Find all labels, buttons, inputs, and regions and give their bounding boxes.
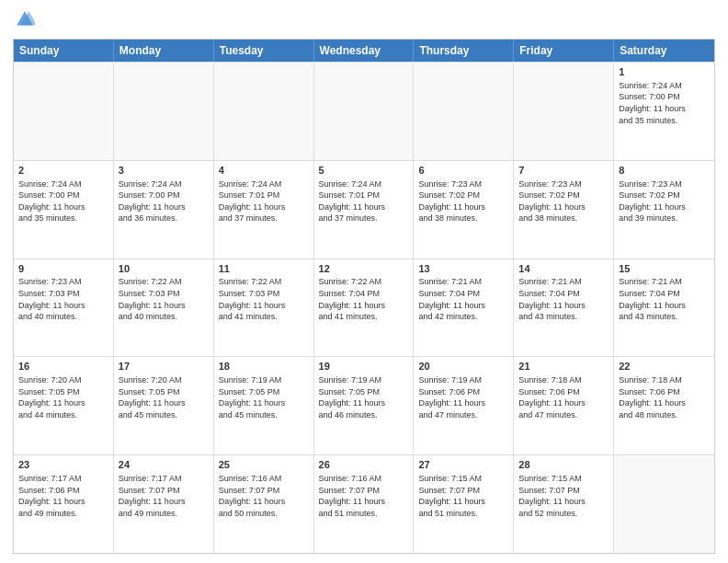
day-number: 13 — [418, 262, 508, 276]
cell-info: Sunrise: 7:21 AM Sunset: 7:04 PM Dayligh… — [518, 276, 609, 322]
cell-info: Sunrise: 7:15 AM Sunset: 7:07 PM Dayligh… — [418, 473, 508, 519]
cell-info: Sunrise: 7:15 AM Sunset: 7:07 PM Dayligh… — [518, 473, 609, 519]
cell-info: Sunrise: 7:19 AM Sunset: 7:05 PM Dayligh… — [319, 374, 409, 420]
calendar-row: 16Sunrise: 7:20 AM Sunset: 7:05 PM Dayli… — [14, 356, 714, 454]
calendar-row: 9Sunrise: 7:23 AM Sunset: 7:03 PM Daylig… — [14, 259, 714, 357]
header-day: Sunday — [14, 40, 114, 62]
cell-info: Sunrise: 7:22 AM Sunset: 7:04 PM Dayligh… — [319, 276, 409, 322]
logo-icon — [15, 9, 35, 29]
day-number: 24 — [119, 458, 209, 472]
header-day: Wednesday — [314, 40, 415, 62]
day-number: 14 — [518, 262, 609, 276]
cell-info: Sunrise: 7:21 AM Sunset: 7:04 PM Dayligh… — [418, 276, 508, 322]
day-number: 16 — [18, 360, 108, 373]
cell-info: Sunrise: 7:20 AM Sunset: 7:05 PM Dayligh… — [119, 374, 209, 420]
day-number: 15 — [619, 262, 710, 276]
cell-info: Sunrise: 7:24 AM Sunset: 7:01 PM Dayligh… — [219, 178, 309, 224]
calendar-cell — [314, 63, 415, 160]
calendar-cell: 21Sunrise: 7:18 AM Sunset: 7:06 PM Dayli… — [514, 357, 614, 454]
day-number: 12 — [319, 262, 409, 276]
day-number: 27 — [418, 458, 508, 472]
cell-info: Sunrise: 7:16 AM Sunset: 7:07 PM Dayligh… — [219, 473, 309, 519]
calendar-cell — [614, 455, 714, 553]
cell-info: Sunrise: 7:23 AM Sunset: 7:02 PM Dayligh… — [418, 178, 508, 224]
calendar-cell — [114, 63, 214, 160]
cell-info: Sunrise: 7:18 AM Sunset: 7:06 PM Dayligh… — [619, 374, 710, 420]
cell-info: Sunrise: 7:17 AM Sunset: 7:06 PM Dayligh… — [18, 473, 108, 519]
calendar-cell: 12Sunrise: 7:22 AM Sunset: 7:04 PM Dayli… — [314, 259, 415, 357]
day-number: 19 — [319, 360, 409, 373]
calendar-cell: 5Sunrise: 7:24 AM Sunset: 7:01 PM Daylig… — [314, 161, 415, 259]
cell-info: Sunrise: 7:23 AM Sunset: 7:02 PM Dayligh… — [518, 178, 609, 224]
calendar-cell: 23Sunrise: 7:17 AM Sunset: 7:06 PM Dayli… — [14, 455, 114, 553]
calendar-cell: 19Sunrise: 7:19 AM Sunset: 7:05 PM Dayli… — [314, 357, 415, 454]
day-number: 22 — [619, 360, 710, 373]
calendar-cell — [214, 63, 314, 160]
day-number: 20 — [418, 360, 508, 373]
calendar-cell: 26Sunrise: 7:16 AM Sunset: 7:07 PM Dayli… — [314, 455, 415, 553]
day-number: 17 — [119, 360, 209, 373]
day-number: 4 — [219, 164, 309, 178]
cell-info: Sunrise: 7:21 AM Sunset: 7:04 PM Dayligh… — [619, 276, 710, 322]
day-number: 7 — [518, 164, 609, 178]
calendar-cell: 16Sunrise: 7:20 AM Sunset: 7:05 PM Dayli… — [14, 357, 114, 454]
day-number: 21 — [518, 360, 609, 373]
cell-info: Sunrise: 7:24 AM Sunset: 7:01 PM Dayligh… — [319, 178, 409, 224]
day-number: 9 — [18, 262, 108, 276]
calendar-cell: 20Sunrise: 7:19 AM Sunset: 7:06 PM Dayli… — [414, 357, 514, 454]
calendar-cell: 17Sunrise: 7:20 AM Sunset: 7:05 PM Dayli… — [114, 357, 214, 454]
day-number: 23 — [18, 458, 108, 472]
day-number: 5 — [319, 164, 409, 178]
cell-info: Sunrise: 7:22 AM Sunset: 7:03 PM Dayligh… — [219, 276, 309, 322]
header-day: Tuesday — [214, 40, 314, 62]
calendar-header: SundayMondayTuesdayWednesdayThursdayFrid… — [14, 40, 714, 62]
day-number: 1 — [619, 65, 710, 79]
cell-info: Sunrise: 7:19 AM Sunset: 7:06 PM Dayligh… — [418, 374, 508, 420]
header — [13, 9, 715, 33]
calendar-cell: 11Sunrise: 7:22 AM Sunset: 7:03 PM Dayli… — [214, 259, 314, 357]
cell-info: Sunrise: 7:16 AM Sunset: 7:07 PM Dayligh… — [319, 473, 409, 519]
calendar-cell: 9Sunrise: 7:23 AM Sunset: 7:03 PM Daylig… — [14, 259, 114, 357]
calendar-cell: 2Sunrise: 7:24 AM Sunset: 7:00 PM Daylig… — [14, 161, 114, 259]
day-number: 6 — [418, 164, 508, 178]
day-number: 25 — [219, 458, 309, 472]
day-number: 2 — [18, 164, 108, 178]
calendar-cell: 22Sunrise: 7:18 AM Sunset: 7:06 PM Dayli… — [614, 357, 714, 454]
calendar-cell: 7Sunrise: 7:23 AM Sunset: 7:02 PM Daylig… — [514, 161, 614, 259]
calendar-cell: 27Sunrise: 7:15 AM Sunset: 7:07 PM Dayli… — [414, 455, 514, 553]
calendar-cell: 8Sunrise: 7:23 AM Sunset: 7:02 PM Daylig… — [614, 161, 714, 259]
calendar-body: 1Sunrise: 7:24 AM Sunset: 7:00 PM Daylig… — [14, 62, 714, 553]
cell-info: Sunrise: 7:18 AM Sunset: 7:06 PM Dayligh… — [518, 374, 609, 420]
cell-info: Sunrise: 7:24 AM Sunset: 7:00 PM Dayligh… — [119, 178, 209, 224]
calendar-cell: 28Sunrise: 7:15 AM Sunset: 7:07 PM Dayli… — [514, 455, 614, 553]
calendar-cell: 6Sunrise: 7:23 AM Sunset: 7:02 PM Daylig… — [414, 161, 514, 259]
calendar-cell: 4Sunrise: 7:24 AM Sunset: 7:01 PM Daylig… — [214, 161, 314, 259]
header-day: Saturday — [614, 40, 714, 62]
calendar-cell: 25Sunrise: 7:16 AM Sunset: 7:07 PM Dayli… — [214, 455, 314, 553]
day-number: 26 — [319, 458, 409, 472]
calendar-cell — [414, 63, 514, 160]
calendar-cell: 3Sunrise: 7:24 AM Sunset: 7:00 PM Daylig… — [114, 161, 214, 259]
calendar-cell: 14Sunrise: 7:21 AM Sunset: 7:04 PM Dayli… — [514, 259, 614, 357]
cell-info: Sunrise: 7:20 AM Sunset: 7:05 PM Dayligh… — [18, 374, 108, 420]
calendar-row: 2Sunrise: 7:24 AM Sunset: 7:00 PM Daylig… — [14, 160, 714, 259]
day-number: 10 — [119, 262, 209, 276]
header-day: Monday — [114, 40, 214, 62]
calendar-cell: 10Sunrise: 7:22 AM Sunset: 7:03 PM Dayli… — [114, 259, 214, 357]
cell-info: Sunrise: 7:24 AM Sunset: 7:00 PM Dayligh… — [18, 178, 108, 224]
calendar: SundayMondayTuesdayWednesdayThursdayFrid… — [13, 39, 715, 554]
calendar-cell: 18Sunrise: 7:19 AM Sunset: 7:05 PM Dayli… — [214, 357, 314, 454]
day-number: 3 — [119, 164, 209, 178]
calendar-row: 1Sunrise: 7:24 AM Sunset: 7:00 PM Daylig… — [14, 62, 714, 160]
calendar-row: 23Sunrise: 7:17 AM Sunset: 7:06 PM Dayli… — [14, 454, 714, 553]
calendar-cell: 13Sunrise: 7:21 AM Sunset: 7:04 PM Dayli… — [414, 259, 514, 357]
cell-info: Sunrise: 7:23 AM Sunset: 7:03 PM Dayligh… — [18, 276, 108, 322]
calendar-cell: 24Sunrise: 7:17 AM Sunset: 7:07 PM Dayli… — [114, 455, 214, 553]
calendar-cell — [14, 63, 114, 160]
day-number: 28 — [518, 458, 609, 472]
logo — [13, 9, 39, 33]
cell-info: Sunrise: 7:19 AM Sunset: 7:05 PM Dayligh… — [219, 374, 309, 420]
cell-info: Sunrise: 7:17 AM Sunset: 7:07 PM Dayligh… — [119, 473, 209, 519]
cell-info: Sunrise: 7:22 AM Sunset: 7:03 PM Dayligh… — [119, 276, 209, 322]
header-day: Thursday — [414, 40, 514, 62]
